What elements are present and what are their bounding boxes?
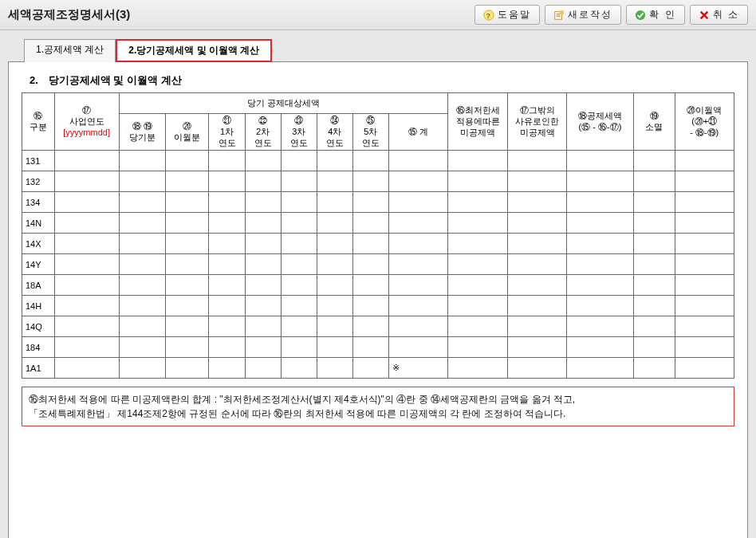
row-code[interactable]: 14N (22, 213, 55, 234)
cell[interactable] (448, 337, 507, 358)
cell[interactable] (317, 171, 352, 192)
cell[interactable] (352, 234, 388, 254)
cell[interactable] (675, 296, 734, 316)
cell[interactable] (317, 192, 352, 213)
cell[interactable] (317, 151, 352, 171)
cell[interactable] (388, 151, 447, 171)
cell[interactable] (507, 171, 566, 192)
cell[interactable] (245, 254, 281, 275)
row-code[interactable]: 184 (22, 337, 55, 358)
cell[interactable] (507, 316, 566, 337)
cell[interactable] (281, 358, 317, 379)
cell[interactable] (567, 358, 633, 379)
cell[interactable] (166, 275, 209, 296)
cell[interactable] (54, 213, 119, 234)
cell[interactable] (507, 192, 566, 213)
cell[interactable] (245, 192, 281, 213)
cell[interactable] (507, 275, 566, 296)
cell[interactable] (54, 151, 119, 171)
cell[interactable] (633, 337, 675, 358)
cell[interactable] (209, 213, 245, 234)
cell[interactable] (567, 337, 633, 358)
cell[interactable] (54, 316, 119, 337)
cell[interactable] (633, 234, 675, 254)
cell[interactable] (388, 254, 447, 275)
cell[interactable] (388, 213, 447, 234)
cell[interactable] (388, 171, 447, 192)
cell[interactable] (54, 296, 119, 316)
cell[interactable] (245, 337, 281, 358)
cell[interactable] (567, 254, 633, 275)
cell[interactable] (166, 296, 209, 316)
cell[interactable] (567, 213, 633, 234)
confirm-button[interactable]: 확 인 (626, 5, 684, 25)
cell[interactable] (166, 151, 209, 171)
cell[interactable] (281, 151, 317, 171)
cell[interactable] (675, 254, 734, 275)
cell[interactable] (388, 234, 447, 254)
cell[interactable] (352, 192, 388, 213)
cell[interactable] (507, 151, 566, 171)
cell[interactable] (119, 151, 166, 171)
cell[interactable] (675, 316, 734, 337)
cell[interactable] (209, 234, 245, 254)
cell[interactable] (119, 171, 166, 192)
cell[interactable] (388, 316, 447, 337)
cell[interactable] (54, 254, 119, 275)
cell[interactable] (317, 275, 352, 296)
cell[interactable] (209, 316, 245, 337)
cell[interactable] (388, 296, 447, 316)
cell[interactable] (317, 337, 352, 358)
cell[interactable] (119, 192, 166, 213)
cell[interactable] (388, 192, 447, 213)
cell[interactable] (448, 296, 507, 316)
cell[interactable] (352, 296, 388, 316)
cell[interactable] (281, 275, 317, 296)
cell[interactable] (448, 316, 507, 337)
tab-1[interactable]: 1.공제세액 계산 (24, 39, 116, 62)
cell[interactable] (281, 296, 317, 316)
cell[interactable]: ※ (388, 358, 447, 379)
row-code[interactable]: 131 (22, 151, 55, 171)
cell[interactable] (352, 213, 388, 234)
cell[interactable] (352, 151, 388, 171)
cell[interactable] (209, 254, 245, 275)
tab-2[interactable]: 2.당기공제세액 및 이월액 계산 (116, 39, 272, 62)
cell[interactable] (317, 316, 352, 337)
cell[interactable] (675, 337, 734, 358)
cell[interactable] (633, 171, 675, 192)
cell[interactable] (567, 275, 633, 296)
cell[interactable] (317, 234, 352, 254)
cell[interactable] (448, 192, 507, 213)
row-code[interactable]: 132 (22, 171, 55, 192)
cell[interactable] (448, 358, 507, 379)
cell[interactable] (245, 234, 281, 254)
cell[interactable] (567, 296, 633, 316)
cell[interactable] (675, 192, 734, 213)
cell[interactable] (352, 254, 388, 275)
cell[interactable] (567, 151, 633, 171)
cell[interactable] (507, 358, 566, 379)
cell[interactable] (281, 234, 317, 254)
cell[interactable] (54, 337, 119, 358)
cell[interactable] (675, 358, 734, 379)
cell[interactable] (633, 254, 675, 275)
cell[interactable] (281, 337, 317, 358)
cell[interactable] (54, 234, 119, 254)
cell[interactable] (448, 275, 507, 296)
cell[interactable] (281, 192, 317, 213)
new-button[interactable]: 새로작성 (545, 5, 621, 25)
cell[interactable] (352, 275, 388, 296)
cell[interactable] (567, 316, 633, 337)
cell[interactable] (245, 213, 281, 234)
cell[interactable] (448, 151, 507, 171)
row-code[interactable]: 14X (22, 234, 55, 254)
row-code[interactable]: 1A1 (22, 358, 55, 379)
cell[interactable] (166, 254, 209, 275)
cell[interactable] (633, 296, 675, 316)
row-code[interactable]: 134 (22, 192, 55, 213)
cancel-button[interactable]: 취 소 (690, 5, 748, 25)
cell[interactable] (54, 192, 119, 213)
cell[interactable] (54, 275, 119, 296)
cell[interactable] (166, 213, 209, 234)
